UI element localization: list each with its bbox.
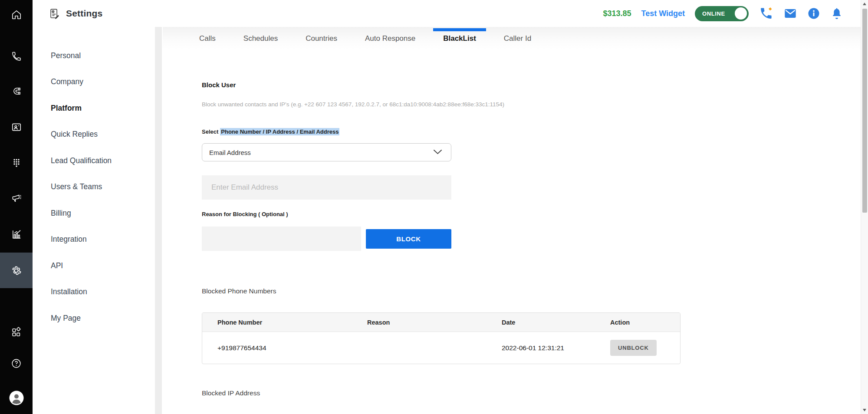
info-icon[interactable] — [807, 7, 820, 20]
nav-item-platform[interactable]: Platform — [33, 95, 163, 122]
help-icon[interactable] — [0, 353, 33, 373]
col-phone-number: Phone Number — [202, 319, 367, 326]
email-address-input[interactable] — [202, 175, 451, 200]
icon-rail — [0, 0, 33, 414]
select-type-label: SelectPhone Number / IP Address / Email … — [202, 128, 339, 135]
analytics-icon[interactable] — [0, 224, 33, 244]
mail-icon[interactable] — [783, 7, 797, 20]
online-toggle-label: ONLINE — [702, 10, 725, 17]
nav-item-billing[interactable]: Billing — [33, 200, 163, 227]
megaphone-icon[interactable] — [0, 188, 33, 208]
tab-calls[interactable]: Calls — [199, 27, 216, 50]
page-scrollbar[interactable] — [861, 0, 868, 414]
top-bar: Settings $313.85 Test Widget ONLINE — [33, 0, 861, 27]
profile-avatar[interactable] — [0, 388, 33, 408]
nav-item-quick-replies[interactable]: Quick Replies — [33, 122, 163, 148]
blocked-ip-address-heading: Blocked IP Address — [202, 389, 260, 397]
cell-date: 2022-06-01 12:31:21 — [502, 344, 610, 352]
main-content: Calls Schedules Countries Auto Response … — [163, 27, 861, 414]
nav-item-installation[interactable]: Installation — [33, 279, 163, 306]
settings-icon[interactable] — [0, 253, 33, 288]
test-widget-link[interactable]: Test Widget — [641, 9, 685, 18]
cell-phone-number: +919877654434 — [202, 344, 367, 352]
contacts-icon[interactable] — [0, 117, 33, 137]
blocked-phone-numbers-heading: Blocked Phone Numbers — [202, 287, 276, 295]
settings-nav-scrollbar[interactable] — [155, 27, 162, 414]
block-type-dropdown-value: Email Address — [209, 149, 251, 156]
page-title-group: Settings — [49, 8, 102, 20]
reason-label: Reason for Blocking ( Optional ) — [202, 211, 288, 217]
settings-page: Settings $313.85 Test Widget ONLINE — [0, 0, 868, 414]
settings-nav-list: Personal Company Platform Quick Replies … — [33, 27, 163, 332]
apps-icon[interactable] — [0, 322, 33, 342]
col-action: Action — [610, 319, 680, 326]
tab-caller-id[interactable]: Caller Id — [504, 27, 531, 50]
block-type-dropdown[interactable]: Email Address — [202, 143, 451, 161]
tab-schedules[interactable]: Schedules — [243, 27, 278, 50]
magnet-icon[interactable] — [0, 81, 33, 101]
nav-item-my-page[interactable]: My Page — [33, 305, 163, 332]
select-type-label-highlighted: Phone Number / IP Address / Email Addres… — [220, 128, 339, 135]
call-icon[interactable] — [759, 6, 773, 21]
nav-item-company[interactable]: Company — [33, 69, 163, 95]
settings-nav: Personal Company Platform Quick Replies … — [33, 27, 163, 414]
chevron-down-icon — [433, 148, 442, 156]
block-user-heading: Block User — [202, 81, 236, 89]
scrollbar-up-arrow[interactable] — [863, 3, 866, 5]
account-balance: $313.85 — [603, 9, 631, 18]
block-user-description: Block unwanted contacts and IP's (e.g. +… — [202, 101, 504, 108]
nav-item-integration[interactable]: Integration — [33, 227, 163, 253]
nav-item-lead-qualification[interactable]: Lead Qualification — [33, 148, 163, 174]
page-title: Settings — [66, 8, 102, 19]
blocked-phone-numbers-table: Phone Number Reason Date Action +9198776… — [202, 312, 681, 364]
tab-blacklist[interactable]: BlackList — [443, 27, 476, 50]
block-button[interactable]: BLOCK — [366, 229, 451, 249]
settings-doc-icon — [49, 8, 60, 20]
cell-action: UNBLOCK — [610, 340, 680, 356]
scrollbar-down-arrow[interactable] — [863, 409, 866, 411]
tab-bar: Calls Schedules Countries Auto Response … — [163, 27, 861, 50]
table-row: +919877654434 2022-06-01 12:31:21 UNBLOC… — [202, 332, 680, 364]
unblock-button[interactable]: UNBLOCK — [610, 340, 657, 356]
dialpad-icon[interactable] — [0, 153, 33, 173]
col-reason: Reason — [367, 319, 502, 326]
notifications-bell-icon[interactable] — [830, 7, 843, 20]
nav-item-api[interactable]: API — [33, 253, 163, 279]
tab-auto-response[interactable]: Auto Response — [365, 27, 415, 50]
table-header-row: Phone Number Reason Date Action — [202, 313, 680, 332]
top-bar-actions: $313.85 Test Widget ONLINE — [603, 6, 843, 21]
reason-input[interactable] — [202, 227, 361, 251]
nav-item-personal[interactable]: Personal — [33, 43, 163, 69]
select-type-label-prefix: Select — [202, 128, 218, 135]
online-toggle-knob — [735, 7, 747, 20]
home-icon[interactable] — [0, 5, 33, 25]
nav-item-users-teams[interactable]: Users & Teams — [33, 174, 163, 200]
scrollbar-thumb[interactable] — [862, 9, 867, 213]
tab-countries[interactable]: Countries — [306, 27, 337, 50]
phone-icon[interactable] — [0, 46, 33, 66]
col-date: Date — [502, 319, 610, 326]
online-toggle[interactable]: ONLINE — [695, 6, 749, 21]
